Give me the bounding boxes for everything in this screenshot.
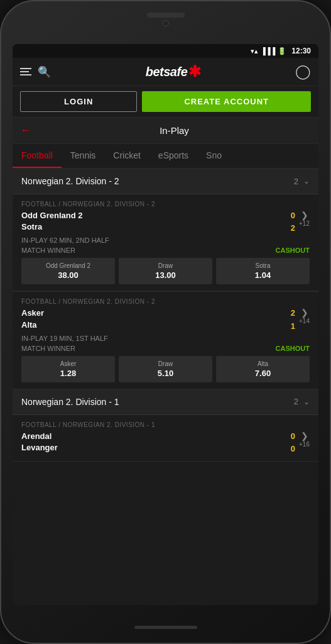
odds-btn-1-0[interactable]: Odd Grenland 2 38.00 bbox=[21, 258, 115, 284]
time-display: 12:30 bbox=[291, 47, 311, 55]
team1-name-2: Asker bbox=[21, 308, 291, 319]
match-card-3: Football / Norwegian 2. Division - 1 Are… bbox=[13, 415, 318, 462]
chevron-right-icon-1: ❯ bbox=[301, 210, 308, 220]
odds-team-label-1-2: Sotra bbox=[219, 262, 307, 269]
scores-2: 2 1 bbox=[291, 308, 295, 331]
logo-star-icon: ✱ bbox=[188, 63, 200, 80]
logo: betsafe ✱ bbox=[146, 63, 201, 80]
odds-team-label-2-2: Alta bbox=[219, 360, 307, 367]
odds-team-label-2-1: Draw bbox=[121, 360, 210, 367]
score1-1: 0 bbox=[291, 210, 295, 221]
odds-value-1-0: 38.00 bbox=[24, 270, 112, 280]
odds-btn-1-1[interactable]: Draw 13.00 bbox=[119, 258, 212, 284]
wifi-icon: ▾▴ bbox=[251, 47, 258, 55]
match-path-1: Football / Norwegian 2. Division - 2 bbox=[21, 201, 310, 208]
match-score-area-1: 0 2 ❯ +12 bbox=[291, 210, 310, 234]
match-time-2: 19 MIN, 1ST HALF bbox=[50, 335, 108, 342]
match-score-area-3: 0 0 ❯ +16 bbox=[291, 431, 310, 455]
chevron-right-icon-3: ❯ bbox=[301, 431, 308, 441]
sport-tabs: Football Tennis Cricket eSports Sno bbox=[13, 144, 318, 169]
team2-name-1: Sotra bbox=[21, 221, 291, 233]
team1-name-3: Arendal bbox=[21, 431, 291, 442]
more-markets-3[interactable]: ❯ +16 bbox=[299, 431, 310, 448]
odds-value-2-2: 7.60 bbox=[219, 369, 307, 378]
back-button[interactable]: ← bbox=[20, 124, 31, 137]
match-winner-row-2: MATCH WINNER CASHOUT bbox=[21, 345, 310, 352]
score2-2: 1 bbox=[291, 321, 295, 332]
market-label-1: MATCH WINNER bbox=[21, 247, 75, 254]
logo-text: betsafe bbox=[146, 65, 188, 79]
chevron-down-icon-2: ⌄ bbox=[303, 397, 310, 406]
match-teams-row-3: Arendal Levanger 0 0 ❯ +16 bbox=[21, 431, 310, 455]
extra-markets-3: +16 bbox=[299, 441, 310, 448]
score2-3: 0 bbox=[291, 443, 295, 455]
match-teams-3: Arendal Levanger bbox=[21, 431, 291, 453]
phone-screen: ▾▴ ▐▐▐ 🔋 12:30 🔍 betsafe ✱ bbox=[13, 44, 318, 605]
chevron-right-icon-2: ❯ bbox=[301, 308, 308, 318]
phone-frame: ▾▴ ▐▐▐ 🔋 12:30 🔍 betsafe ✱ bbox=[0, 0, 331, 644]
extra-markets-1: +12 bbox=[299, 220, 310, 227]
menu-icon[interactable] bbox=[20, 68, 31, 75]
league-count-2: 2 ⌄ bbox=[294, 397, 310, 406]
league-header-1[interactable]: Norwegian 2. Division - 2 2 ⌄ bbox=[13, 169, 318, 194]
match-teams-2: Asker Alta bbox=[21, 308, 291, 330]
tab-snooker[interactable]: Sno bbox=[197, 144, 231, 168]
team2-name-2: Alta bbox=[21, 319, 291, 331]
match-card-2: Football / Norwegian 2. Division - 2 Ask… bbox=[13, 291, 318, 389]
match-path-3: Football / Norwegian 2. Division - 1 bbox=[21, 421, 310, 428]
inplay-header: ← In-Play bbox=[13, 118, 318, 144]
odds-value-1-1: 13.00 bbox=[121, 270, 210, 280]
odds-row-2: Asker 1.28 Draw 5.10 Alta 7.60 bbox=[21, 356, 310, 382]
scores-3: 0 0 bbox=[291, 431, 295, 455]
odds-team-label-1-1: Draw bbox=[121, 262, 210, 269]
chevron-down-icon-1: ⌄ bbox=[303, 177, 310, 186]
score1-3: 0 bbox=[291, 431, 295, 442]
odds-btn-1-2[interactable]: Sotra 1.04 bbox=[216, 258, 310, 284]
match-time-1: 62 MIN, 2ND HALF bbox=[50, 236, 109, 244]
tab-cricket[interactable]: Cricket bbox=[104, 144, 149, 168]
status-icons: ▾▴ ▐▐▐ 🔋 12:30 bbox=[251, 47, 311, 55]
odds-btn-2-0[interactable]: Asker 1.28 bbox=[21, 356, 115, 382]
create-account-button[interactable]: CREATE ACCOUNT bbox=[142, 91, 311, 112]
phone-camera bbox=[163, 20, 169, 26]
tab-esports[interactable]: eSports bbox=[149, 144, 197, 168]
market-label-2: MATCH WINNER bbox=[21, 345, 75, 352]
match-card-1: Football / Norwegian 2. Division - 2 Odd… bbox=[13, 194, 318, 291]
search-icon[interactable]: 🔍 bbox=[38, 65, 51, 79]
match-score-area-2: 2 1 ❯ +14 bbox=[291, 308, 310, 331]
odds-btn-2-1[interactable]: Draw 5.10 bbox=[119, 356, 212, 382]
signal-icon: ▐▐▐ bbox=[261, 47, 275, 55]
app-header: 🔍 betsafe ✱ ◯ bbox=[13, 58, 318, 86]
team2-name-3: Levanger bbox=[21, 442, 291, 453]
match-path-2: Football / Norwegian 2. Division - 2 bbox=[21, 298, 310, 305]
cashout-label-1: CASHOUT bbox=[276, 247, 310, 254]
league-name-1: Norwegian 2. Division - 2 bbox=[21, 176, 119, 186]
user-profile-icon[interactable]: ◯ bbox=[295, 64, 311, 80]
phone-speaker bbox=[147, 13, 185, 18]
match-status-2: IN-PLAY 19 MIN, 1ST HALF bbox=[21, 335, 310, 342]
league-name-2: Norwegian 2. Division - 1 bbox=[21, 397, 119, 407]
scores-1: 0 2 bbox=[291, 210, 295, 234]
match-status-1: IN-PLAY 62 MIN, 2ND HALF bbox=[21, 236, 310, 244]
phone-home-bar bbox=[134, 626, 197, 629]
odds-row-1: Odd Grenland 2 38.00 Draw 13.00 Sotra 1.… bbox=[21, 258, 310, 284]
header-left: 🔍 bbox=[20, 65, 51, 79]
odds-value-1-2: 1.04 bbox=[219, 270, 307, 280]
more-markets-1[interactable]: ❯ +12 bbox=[299, 210, 310, 227]
league-count-1: 2 ⌄ bbox=[294, 177, 310, 186]
inplay-title: In-Play bbox=[38, 125, 311, 136]
match-winner-row-1: MATCH WINNER CASHOUT bbox=[21, 247, 310, 254]
cashout-label-2: CASHOUT bbox=[276, 345, 310, 352]
main-content: Norwegian 2. Division - 2 2 ⌄ Football /… bbox=[13, 169, 318, 605]
login-button[interactable]: LOGIN bbox=[20, 91, 137, 112]
odds-btn-2-2[interactable]: Alta 7.60 bbox=[216, 356, 310, 382]
team1-name-1: Odd Grenland 2 bbox=[21, 210, 291, 221]
score2-1: 2 bbox=[291, 223, 295, 234]
league-header-2[interactable]: Norwegian 2. Division - 1 2 ⌄ bbox=[13, 389, 318, 415]
more-markets-2[interactable]: ❯ +14 bbox=[299, 308, 310, 325]
match-teams-row-2: Asker Alta 2 1 ❯ +14 bbox=[21, 308, 310, 331]
odds-value-2-1: 5.10 bbox=[121, 369, 210, 378]
tab-football[interactable]: Football bbox=[13, 144, 62, 168]
match-teams-1: Odd Grenland 2 Sotra bbox=[21, 210, 291, 233]
tab-tennis[interactable]: Tennis bbox=[62, 144, 104, 168]
